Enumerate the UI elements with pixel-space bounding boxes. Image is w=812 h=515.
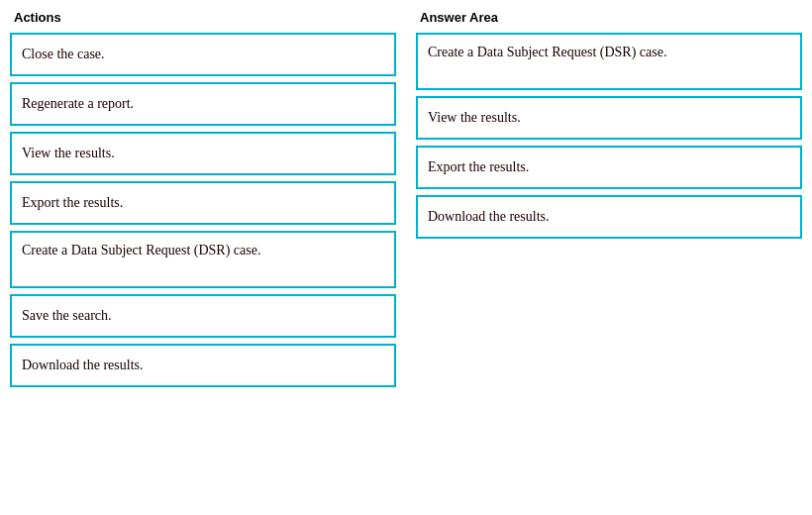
answer-item-ans-export[interactable]: Export the results. [416,146,802,189]
action-item-save[interactable]: Save the search. [10,294,396,338]
action-item-close[interactable]: Close the case. [10,33,396,76]
actions-column: Actions Close the case.Regenerate a repo… [10,10,396,393]
answer-column: Answer Area Create a Data Subject Reques… [416,10,802,393]
actions-list: Close the case.Regenerate a report.View … [10,33,396,393]
answer-item-ans-view[interactable]: View the results. [416,96,802,140]
answer-item-ans-create-dsr[interactable]: Create a Data Subject Request (DSR) case… [416,33,802,90]
action-item-view[interactable]: View the results. [10,132,396,175]
action-item-export[interactable]: Export the results. [10,181,396,225]
answer-list: Create a Data Subject Request (DSR) case… [416,33,802,245]
answer-header: Answer Area [416,10,802,25]
action-item-regenerate[interactable]: Regenerate a report. [10,82,396,126]
action-item-create-dsr[interactable]: Create a Data Subject Request (DSR) case… [10,231,396,288]
answer-item-ans-download[interactable]: Download the results. [416,195,802,239]
main-container: Actions Close the case.Regenerate a repo… [0,0,812,403]
actions-header: Actions [10,10,396,25]
action-item-download[interactable]: Download the results. [10,344,396,387]
